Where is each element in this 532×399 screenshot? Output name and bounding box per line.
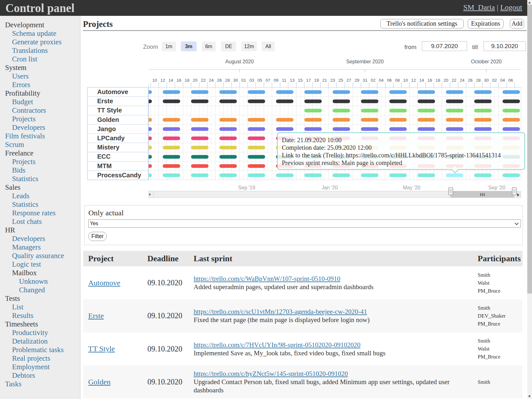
- svg-text:Automove: Automove: [97, 88, 128, 95]
- svg-text:15: 15: [298, 78, 303, 83]
- svg-text:ECC: ECC: [97, 153, 111, 160]
- svg-text:Jan '20: Jan '20: [321, 185, 338, 190]
- svg-text:26: 26: [468, 78, 472, 83]
- svg-text:October 2020: October 2020: [471, 59, 502, 64]
- svg-text:06: 06: [508, 78, 513, 83]
- svg-text:28: 28: [476, 78, 481, 83]
- svg-text:01: 01: [241, 78, 246, 83]
- svg-text:18: 18: [435, 78, 440, 83]
- svg-text:14: 14: [419, 78, 424, 83]
- svg-text:19: 19: [314, 78, 319, 83]
- svg-text:Jango: Jango: [97, 125, 116, 132]
- svg-text:MTM: MTM: [97, 162, 112, 169]
- svg-text:Sep '20: Sep '20: [488, 185, 505, 190]
- svg-text:20: 20: [193, 78, 198, 83]
- svg-text:08: 08: [395, 78, 400, 83]
- svg-text:16: 16: [428, 78, 432, 83]
- svg-text:September 2020: September 2020: [346, 59, 383, 64]
- svg-text:22: 22: [201, 78, 206, 83]
- svg-text:Mistery: Mistery: [97, 144, 120, 151]
- svg-text:18: 18: [185, 78, 189, 83]
- svg-text:14: 14: [168, 78, 174, 83]
- svg-text:13: 13: [290, 78, 294, 83]
- svg-text:23: 23: [330, 78, 335, 83]
- svg-text:24: 24: [209, 78, 214, 83]
- svg-text:06: 06: [387, 78, 392, 83]
- svg-text:16: 16: [177, 78, 181, 83]
- svg-text:03: 03: [249, 78, 254, 83]
- svg-text:24: 24: [460, 78, 465, 83]
- svg-text:Golden: Golden: [97, 116, 119, 123]
- svg-text:20: 20: [444, 78, 448, 83]
- svg-text:22: 22: [452, 78, 456, 83]
- svg-text:ProcessCandy: ProcessCandy: [97, 172, 142, 179]
- svg-text:07: 07: [266, 78, 270, 83]
- svg-text:10: 10: [403, 78, 408, 83]
- svg-text:August 2020: August 2020: [225, 59, 254, 64]
- svg-text:31: 31: [363, 78, 367, 83]
- svg-text:12: 12: [411, 78, 416, 83]
- svg-text:Sep '19: Sep '19: [238, 185, 255, 190]
- svg-text:30: 30: [484, 78, 489, 83]
- svg-text:27: 27: [346, 78, 351, 83]
- svg-text:05: 05: [257, 78, 262, 83]
- svg-text:02: 02: [492, 78, 497, 83]
- svg-text:09: 09: [274, 78, 278, 83]
- svg-text:04: 04: [379, 78, 384, 83]
- svg-text:04: 04: [500, 78, 505, 83]
- svg-text:11: 11: [282, 78, 286, 83]
- svg-text:12: 12: [160, 78, 165, 83]
- svg-text:LPCandy: LPCandy: [97, 135, 125, 142]
- svg-text:21: 21: [322, 78, 327, 83]
- svg-text:TT Style: TT Style: [97, 107, 122, 114]
- svg-text:10: 10: [152, 78, 157, 83]
- svg-text:25: 25: [339, 78, 343, 83]
- svg-text:26: 26: [217, 78, 222, 83]
- svg-text:02: 02: [371, 78, 376, 83]
- svg-text:28: 28: [225, 78, 230, 83]
- svg-text:30: 30: [233, 78, 238, 83]
- svg-text:Erste: Erste: [97, 98, 113, 104]
- svg-text:May '20: May '20: [403, 185, 421, 190]
- svg-text:29: 29: [355, 78, 359, 83]
- svg-text:17: 17: [306, 78, 311, 83]
